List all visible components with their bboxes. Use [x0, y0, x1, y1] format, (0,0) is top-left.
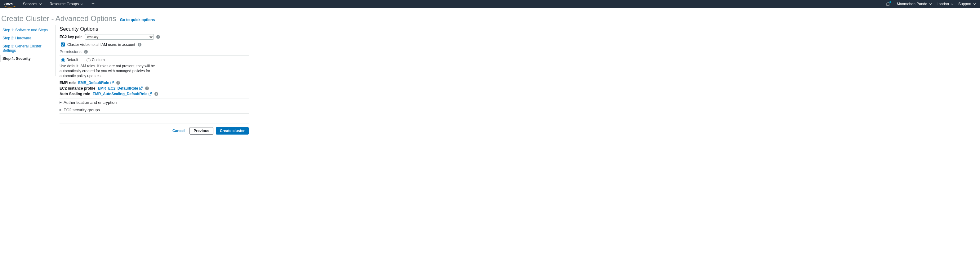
triangle-right-icon: ▶: [60, 108, 62, 111]
cancel-link[interactable]: Cancel: [172, 129, 185, 133]
caret-down-icon: [951, 3, 953, 5]
autoscaling-role-label: Auto Scaling role: [60, 92, 90, 96]
permissions-desc: Use default IAM roles. If roles are not …: [60, 64, 159, 79]
info-icon[interactable]: i: [84, 50, 88, 54]
step-link-2[interactable]: Step 2: Hardware: [2, 35, 56, 41]
previous-button[interactable]: Previous: [189, 127, 213, 135]
services-menu[interactable]: Services: [23, 2, 41, 6]
caret-down-icon: [81, 3, 83, 5]
resource-groups-menu[interactable]: Resource Groups: [49, 2, 83, 6]
permissions-heading: Permissions i: [60, 49, 249, 54]
info-icon[interactable]: i: [116, 81, 120, 84]
permissions-mode-radio: Default Custom: [60, 57, 249, 62]
services-label: Services: [23, 2, 37, 6]
auth-encryption-expander[interactable]: ▶ Authentication and encryption: [60, 99, 249, 106]
ec2-security-groups-expander[interactable]: ▶ EC2 security groups: [60, 106, 249, 114]
wizard-footer: Cancel Previous Create cluster: [60, 123, 249, 135]
page-header: Create Cluster - Advanced Options Go to …: [0, 8, 980, 25]
top-nav: aws Services Resource Groups Manmohan Pa…: [0, 0, 980, 8]
divider: [60, 55, 249, 56]
external-link-icon: [139, 86, 143, 90]
auth-encryption-label: Authentication and encryption: [64, 100, 117, 105]
caret-down-icon: [39, 3, 41, 5]
cluster-visible-label: Cluster visible to all IAM users in acco…: [67, 43, 135, 47]
emr-role-link[interactable]: EMR_DefaultRole: [78, 81, 114, 85]
default-radio[interactable]: Default: [60, 57, 78, 62]
content-panel: Security Options EC2 key pair emr-key i …: [56, 25, 249, 141]
caret-down-icon: [929, 3, 932, 5]
external-link-icon: [110, 81, 114, 84]
ec2-keypair-label: EC2 key pair: [60, 35, 82, 39]
autoscaling-role-row: Auto Scaling role EMR_AutoScaling_Defaul…: [60, 92, 249, 96]
external-link-icon: [148, 92, 152, 95]
support-menu[interactable]: Support: [958, 2, 976, 6]
page-title: Create Cluster - Advanced Options: [1, 14, 116, 23]
info-icon[interactable]: i: [138, 43, 142, 46]
notification-dot: [889, 1, 891, 3]
step-link-4[interactable]: Step 4: Security: [1, 55, 56, 62]
aws-swoosh-icon: [4, 6, 16, 7]
notifications-icon[interactable]: [886, 2, 890, 6]
steps-nav: Step 1: Software and Steps Step 2: Hardw…: [0, 25, 56, 76]
security-heading: Security Options: [60, 26, 249, 32]
step-link-1[interactable]: Step 1: Software and Steps: [2, 27, 56, 33]
support-label: Support: [958, 2, 971, 6]
info-icon[interactable]: i: [156, 35, 160, 39]
resource-groups-label: Resource Groups: [49, 2, 79, 6]
user-menu[interactable]: Manmohan Panda: [897, 2, 932, 6]
step-link-3[interactable]: Step 3: General Cluster Settings: [2, 43, 56, 54]
quick-options-link[interactable]: Go to quick options: [120, 18, 155, 22]
custom-radio-label: Custom: [92, 58, 105, 62]
ec2-profile-label: EC2 instance profile: [60, 86, 95, 91]
ec2-profile-link[interactable]: EMR_EC2_DefaultRole: [98, 86, 143, 91]
info-icon[interactable]: i: [154, 92, 158, 96]
ec2-keypair-select[interactable]: emr-key: [85, 34, 154, 40]
region-label: London: [937, 2, 949, 6]
ec2-profile-row: EC2 instance profile EMR_EC2_DefaultRole…: [60, 86, 249, 91]
autoscaling-role-link[interactable]: EMR_AutoScaling_DefaultRole: [93, 92, 152, 96]
info-icon[interactable]: i: [145, 86, 149, 90]
emr-role-row: EMR role EMR_DefaultRole i: [60, 81, 249, 85]
aws-logo-text: aws: [4, 1, 16, 6]
region-menu[interactable]: London: [937, 2, 953, 6]
custom-radio[interactable]: Custom: [85, 57, 105, 62]
triangle-right-icon: ▶: [60, 101, 62, 104]
emr-role-label: EMR role: [60, 81, 76, 85]
ec2-security-groups-label: EC2 security groups: [64, 108, 100, 112]
default-radio-label: Default: [66, 58, 78, 62]
user-label: Manmohan Panda: [897, 2, 927, 6]
cluster-visible-checkbox[interactable]: [61, 43, 65, 46]
caret-down-icon: [973, 3, 976, 5]
pin-icon[interactable]: [91, 2, 95, 6]
aws-logo[interactable]: aws: [4, 1, 16, 7]
create-cluster-button[interactable]: Create cluster: [216, 127, 249, 135]
